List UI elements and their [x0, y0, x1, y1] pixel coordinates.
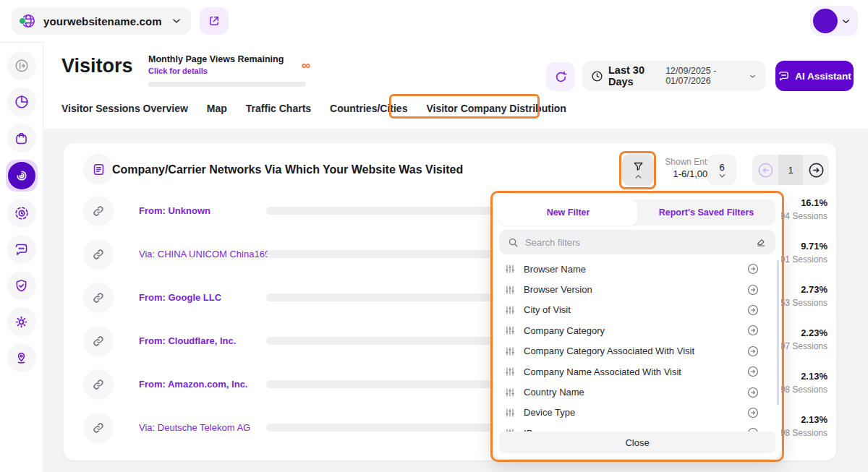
tab-reports-saved-filters[interactable]: Report's Saved Filters: [637, 199, 775, 226]
chevron-down-icon: [841, 16, 851, 27]
sidebar-item-location[interactable]: [7, 343, 36, 372]
network-link[interactable]: From: Unknown: [139, 205, 210, 216]
network-link[interactable]: From: Google LLC: [139, 292, 221, 303]
shield-check-icon: [14, 278, 29, 293]
filter-item[interactable]: Browser Name: [493, 259, 781, 279]
page-size-value: 6: [719, 162, 724, 173]
arrow-left-circle-icon: [757, 161, 775, 179]
filter-item[interactable]: Company Name Associated With Visit: [493, 361, 781, 382]
filter-item[interactable]: Device Type: [493, 403, 781, 423]
bag-icon: [14, 131, 29, 146]
mpv-details-link[interactable]: Click for details: [148, 66, 284, 75]
sliders-icon: [505, 408, 515, 418]
sidebar-item-expand[interactable]: [7, 51, 36, 80]
link-icon: [92, 248, 105, 261]
arrow-right-circle-icon[interactable]: [746, 304, 760, 317]
link-icon-wrap: [83, 326, 114, 356]
chevron-down-icon: [718, 173, 726, 179]
tab-traffic-charts[interactable]: Traffic Charts: [246, 98, 311, 119]
arrow-right-circle-icon[interactable]: [746, 345, 760, 358]
filter-item-label: City of Visit: [524, 304, 738, 315]
app-root: yourwebsitename.com: [0, 0, 868, 472]
filter-item[interactable]: Company Category Associated With Visit: [493, 341, 781, 361]
account-menu[interactable]: [810, 6, 858, 36]
sidebar-item-store[interactable]: [7, 124, 36, 153]
tab-new-filter[interactable]: New Filter: [499, 199, 637, 226]
filter-item[interactable]: City of Visit: [493, 300, 781, 320]
sidebar-item-visitors[interactable]: [6, 160, 38, 192]
filter-item[interactable]: Company Category: [493, 320, 781, 340]
filter-item-label: Browser Name: [524, 264, 738, 275]
website-name: yourwebsitename.com: [43, 15, 171, 27]
sliders-icon: [505, 325, 515, 335]
tab-visitor-company-distribution[interactable]: Visitor Company Distribution: [426, 98, 566, 119]
report-icon-wrap: [83, 154, 114, 184]
eraser-icon[interactable]: [755, 236, 767, 248]
link-icon-wrap: [83, 413, 114, 443]
mpv-label: Monthly Page Views Remaining: [148, 54, 284, 64]
page-title: Visitors: [61, 55, 133, 77]
page-size-selector[interactable]: 6: [707, 155, 736, 185]
tab-visitor-sessions-overview[interactable]: Visitor Sessions Overview: [61, 98, 188, 119]
prev-page-button[interactable]: [752, 161, 778, 179]
clock-icon: [591, 70, 603, 82]
link-icon-wrap: [83, 369, 114, 400]
ai-assistant-button[interactable]: AI Assistant: [775, 61, 854, 91]
tab-map[interactable]: Map: [207, 98, 227, 119]
network-link[interactable]: Via: Deutsche Telekom AG: [139, 422, 250, 433]
pie-chart-icon: [14, 94, 30, 110]
pagination: 1: [752, 155, 829, 185]
arrow-right-circle-icon[interactable]: [746, 262, 760, 275]
sidebar-item-security[interactable]: [7, 271, 36, 300]
next-page-button[interactable]: [803, 161, 829, 179]
website-selector[interactable]: yourwebsitename.com: [12, 7, 191, 35]
gear-icon: [14, 314, 29, 330]
network-link[interactable]: From: Cloudflare, Inc.: [139, 335, 236, 346]
filter-item-label: Company Category Associated With Visit: [524, 346, 738, 356]
circle-arrow-right-icon: [14, 58, 30, 74]
refresh-button[interactable]: [546, 62, 575, 91]
arrow-right-circle-icon[interactable]: [746, 324, 760, 337]
filter-item-label: Company Name Associated With Visit: [524, 366, 738, 377]
globe-icon: [20, 13, 38, 29]
tab-countries-cities[interactable]: Countries/Cities: [330, 98, 407, 119]
open-website-button[interactable]: [200, 7, 229, 35]
filter-button[interactable]: [622, 154, 654, 186]
link-icon: [92, 421, 105, 434]
filter-list: Browser NameBrowser VersionCity of Visit…: [493, 259, 781, 444]
chat-bubble-icon: [14, 242, 29, 257]
chevron-up-icon: [634, 173, 642, 179]
filter-item[interactable]: Browser Version: [493, 279, 781, 299]
link-icon-wrap: [83, 283, 114, 313]
arrow-right-circle-icon[interactable]: [746, 386, 760, 399]
close-button[interactable]: Close: [499, 432, 775, 453]
sliders-icon: [505, 264, 515, 274]
search-icon: [508, 237, 519, 248]
filter-search[interactable]: [499, 230, 775, 254]
filter-popover-tabs: New Filter Report's Saved Filters: [499, 199, 775, 226]
arrow-right-circle-icon[interactable]: [746, 406, 760, 419]
filter-item-label: Company Category: [524, 325, 738, 336]
sidebar-item-sessions[interactable]: [7, 199, 36, 228]
arrow-right-circle-icon[interactable]: [746, 365, 760, 378]
date-range-picker[interactable]: Last 30 Days 12/09/2025 - 01/07/2026: [582, 61, 765, 91]
link-icon: [92, 378, 105, 391]
scrollbar[interactable]: [777, 260, 779, 405]
sidebar-item-dashboard[interactable]: [7, 87, 36, 116]
ai-chat-icon: [778, 70, 790, 82]
filter-search-input[interactable]: [525, 237, 749, 248]
arrow-right-circle-icon[interactable]: [746, 283, 760, 296]
report-tabs: Visitor Sessions Overview Map Traffic Ch…: [61, 98, 566, 119]
link-icon-wrap: [83, 196, 114, 226]
external-link-icon: [208, 14, 221, 27]
sidebar-item-feedback[interactable]: [7, 235, 36, 264]
chevron-down-icon: [171, 15, 182, 27]
filter-item-label: Country Name: [524, 387, 738, 398]
sidebar-item-settings[interactable]: [7, 307, 36, 336]
monthly-page-views: Monthly Page Views Remaining Click for d…: [148, 52, 310, 87]
status-dot: [19, 17, 26, 25]
network-link[interactable]: From: Amazon.com, Inc.: [139, 379, 247, 390]
document-icon: [92, 163, 106, 176]
date-range-value: 12/09/2025 - 01/07/2026: [665, 66, 744, 86]
filter-item[interactable]: Country Name: [493, 382, 781, 402]
